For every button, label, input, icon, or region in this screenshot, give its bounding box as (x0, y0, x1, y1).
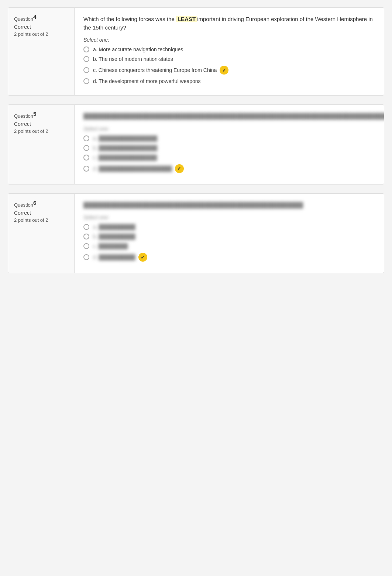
question-block-4: Question4 Correct 2 points out of 2 Whic… (8, 7, 384, 96)
option-text-6b: b. ██████████ (93, 234, 135, 239)
question-sup-5: 5 (33, 111, 36, 117)
question-meta-5: Question5 Correct 2 points out of 2 (8, 105, 75, 184)
bottom-spacer (8, 282, 384, 297)
question-content-6: ████████████████████████████████████████… (75, 194, 384, 273)
option-text-5d: d. ████████████████████ (93, 166, 172, 172)
option-row-4c[interactable]: c. Chinese conquerors threatening Europe… (83, 66, 375, 75)
select-one-label-6: Select one: (83, 214, 375, 220)
option-text-4c: c. Chinese conquerors threatening Europe… (93, 67, 217, 73)
option-text-6a: a. ██████████ (93, 224, 135, 230)
option-radio-6c[interactable] (83, 243, 89, 249)
question-points-6: 2 points out of 2 (14, 217, 68, 223)
option-row-6a[interactable]: a. ██████████ (83, 224, 375, 230)
option-radio-6d[interactable] (83, 254, 89, 260)
correct-badge-4c: ✓ (220, 66, 228, 75)
option-text-4b: b. The rise of modern nation-states (93, 56, 173, 62)
option-row-5b[interactable]: b. ████████████████ (83, 145, 384, 151)
option-radio-5d[interactable] (83, 166, 89, 172)
option-row-6c[interactable]: c. ████████ (83, 243, 375, 249)
option-row-4d[interactable]: d. The development of more powerful weap… (83, 78, 375, 84)
option-radio-4d[interactable] (83, 78, 89, 84)
option-row-5d[interactable]: d. ████████████████████ ✓ (83, 164, 384, 173)
question-points-5: 2 points out of 2 (14, 128, 68, 134)
question-label-6: Question (14, 202, 33, 208)
question-status-4: Correct (14, 24, 68, 30)
option-text-5b: b. ████████████████ (93, 145, 157, 151)
question-number-5: Question5 (14, 111, 68, 119)
option-text-6c: c. ████████ (93, 243, 128, 249)
question-status-6: Correct (14, 210, 68, 216)
option-radio-5a[interactable] (83, 135, 89, 141)
question-text-6: ████████████████████████████████████████… (83, 201, 375, 210)
select-one-label-4: Select one: (83, 37, 375, 43)
question-content-4: Which of the following forces was the LE… (75, 8, 384, 95)
question-text-4: Which of the following forces was the LE… (83, 15, 375, 32)
option-radio-5b[interactable] (83, 145, 89, 151)
question-content-5: ████████████████████████████████████████… (75, 105, 384, 184)
option-text-4d: d. The development of more powerful weap… (93, 78, 201, 84)
option-row-4a[interactable]: a. More accurate navigation techniques (83, 46, 375, 52)
option-row-6b[interactable]: b. ██████████ (83, 234, 375, 239)
correct-badge-6d: ✓ (138, 253, 147, 262)
option-text-5c: c. ████████████████ (93, 155, 157, 161)
question-block-5: Question5 Correct 2 points out of 2 ████… (8, 104, 384, 184)
option-text-5a: a. ████████████████ (93, 135, 157, 141)
option-radio-6b[interactable] (83, 234, 89, 239)
question-status-5: Correct (14, 121, 68, 127)
option-radio-6a[interactable] (83, 224, 89, 230)
question-label: Question (14, 16, 33, 22)
highlight-least: LEAST (176, 16, 197, 22)
option-row-5a[interactable]: a. ████████████████ (83, 135, 384, 141)
option-radio-4b[interactable] (83, 56, 89, 62)
question-label-5: Question (14, 113, 33, 119)
question-text-5: ████████████████████████████████████████… (83, 112, 384, 121)
question-sup: 4 (33, 14, 36, 20)
quiz-container: Question4 Correct 2 points out of 2 Whic… (8, 7, 384, 297)
question-number-4: Question4 (14, 14, 68, 22)
option-row-5c[interactable]: c. ████████████████ (83, 155, 384, 161)
option-text-4a: a. More accurate navigation techniques (93, 46, 183, 52)
option-row-4b[interactable]: b. The rise of modern nation-states (83, 56, 375, 62)
option-radio-4a[interactable] (83, 46, 89, 52)
question-points-4: 2 points out of 2 (14, 31, 68, 37)
select-one-label-5: Select one: (83, 126, 384, 132)
option-row-6d[interactable]: d. ██████████ ✓ (83, 253, 375, 262)
question-sup-6: 6 (33, 200, 36, 206)
question-number-6: Question6 (14, 200, 68, 208)
question-meta-6: Question6 Correct 2 points out of 2 (8, 194, 75, 273)
question-block-6: Question6 Correct 2 points out of 2 ████… (8, 193, 384, 273)
correct-badge-5d: ✓ (175, 164, 184, 173)
option-radio-5c[interactable] (83, 155, 89, 161)
option-text-6d: d. ██████████ (93, 254, 135, 260)
question-meta-4: Question4 Correct 2 points out of 2 (8, 8, 75, 95)
option-radio-4c[interactable] (83, 67, 89, 73)
